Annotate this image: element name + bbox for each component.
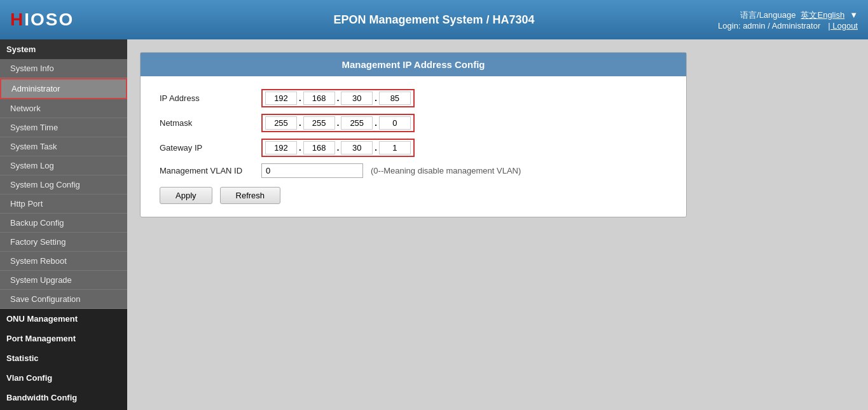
sidebar-group-statistic[interactable]: Statistic — [0, 348, 127, 368]
gateway-octet4[interactable] — [379, 141, 411, 154]
gateway-octet3[interactable] — [341, 141, 373, 154]
button-row: Apply Refresh — [160, 187, 673, 204]
vlan-row: Management VLAN ID (0--Meaning disable m… — [160, 163, 673, 178]
refresh-button[interactable]: Refresh — [220, 187, 281, 204]
sidebar-item-administrator[interactable]: Administrator — [0, 78, 127, 99]
netmask-label: Netmask — [160, 118, 261, 128]
gateway-octet2[interactable] — [303, 141, 335, 154]
sidebar-item-factory-setting[interactable]: Factory Setting — [0, 233, 127, 252]
sidebar-group-olt-mac[interactable]: OLT Mac Config — [0, 407, 127, 410]
sidebar: System System Info Administrator Network… — [0, 39, 127, 410]
gateway-octet1[interactable] — [265, 141, 297, 154]
header-right: 语言/Language 英文English ▼ Login: admin / A… — [718, 10, 858, 31]
ip-address-row: IP Address . . . — [160, 89, 673, 107]
sidebar-group-bandwidth[interactable]: Bandwidth Config — [0, 388, 127, 407]
ip-address-octet4[interactable] — [379, 92, 411, 105]
gateway-sep-1: . — [297, 143, 303, 153]
netmask-octet1[interactable] — [265, 116, 297, 130]
ip-address-octet3[interactable] — [341, 92, 373, 105]
gateway-sep-2: . — [335, 143, 341, 153]
card-body: IP Address . . . Netmask — [141, 76, 686, 217]
netmask-row: Netmask . . . — [160, 114, 673, 132]
sidebar-item-save-configuration[interactable]: Save Configuration — [0, 290, 127, 309]
language-label: 语言/Language — [740, 10, 796, 21]
netmask-sep-2: . — [335, 118, 341, 128]
sidebar-item-system-info[interactable]: System Info — [0, 59, 127, 78]
layout: System System Info Administrator Network… — [0, 39, 868, 410]
ip-address-octet1[interactable] — [265, 92, 297, 105]
header: HIOSO EPON Management System / HA7304 语言… — [0, 0, 868, 39]
ip-sep-3: . — [373, 93, 379, 103]
ip-sep-1: . — [297, 93, 303, 103]
logo: HIOSO — [10, 10, 74, 30]
language-value[interactable]: 英文English — [801, 10, 844, 21]
apply-button[interactable]: Apply — [160, 187, 212, 204]
netmask-sep-3: . — [373, 118, 379, 128]
sidebar-item-network[interactable]: Network — [0, 99, 127, 118]
sidebar-item-system-upgrade[interactable]: System Upgrade — [0, 271, 127, 290]
header-title: EPON Management System / HA7304 — [333, 13, 534, 27]
card-title-text: Management IP Address Config — [341, 59, 485, 70]
sidebar-item-system-time[interactable]: System Time — [0, 118, 127, 137]
gateway-label: Gateway IP — [160, 143, 261, 153]
sidebar-item-system-task[interactable]: System Task — [0, 137, 127, 156]
sidebar-group-onu[interactable]: ONU Management — [0, 309, 127, 329]
config-card: Management IP Address Config IP Address … — [140, 52, 687, 217]
ip-address-octet2[interactable] — [303, 92, 335, 105]
card-title: Management IP Address Config — [141, 53, 686, 76]
netmask-sep-1: . — [297, 118, 303, 128]
ip-sep-2: . — [335, 93, 341, 103]
sidebar-item-http-port[interactable]: Http Port — [0, 195, 127, 214]
vlan-note: (0--Meaning disable management VLAN) — [371, 166, 521, 175]
login-info: Login: admin / Administrator — [718, 21, 820, 31]
sidebar-item-system-log[interactable]: System Log — [0, 156, 127, 175]
system-title: EPON Management System / HA7304 — [333, 13, 534, 26]
sidebar-item-system-reboot[interactable]: System Reboot — [0, 252, 127, 271]
logout-link[interactable]: | Logout — [828, 21, 858, 31]
gateway-sep-3: . — [373, 143, 379, 153]
sidebar-item-backup-config[interactable]: Backup Config — [0, 214, 127, 233]
sidebar-group-port[interactable]: Port Management — [0, 329, 127, 348]
vlan-id-input[interactable] — [261, 163, 363, 178]
sidebar-group-vlan[interactable]: Vlan Config — [0, 368, 127, 388]
sidebar-group-system[interactable]: System — [0, 39, 127, 59]
gateway-group: . . . — [261, 139, 415, 157]
gateway-row: Gateway IP . . . — [160, 139, 673, 157]
vlan-label: Management VLAN ID — [160, 166, 261, 175]
netmask-octet3[interactable] — [341, 116, 373, 130]
netmask-octet2[interactable] — [303, 116, 335, 130]
netmask-group: . . . — [261, 114, 415, 132]
netmask-octet4[interactable] — [379, 116, 411, 130]
main-content: Management IP Address Config IP Address … — [127, 39, 868, 410]
ip-address-label: IP Address — [160, 93, 261, 103]
sidebar-item-system-log-config[interactable]: System Log Config — [0, 175, 127, 195]
ip-address-group: . . . — [261, 89, 415, 107]
logo-text: HIOSO — [10, 10, 74, 30]
